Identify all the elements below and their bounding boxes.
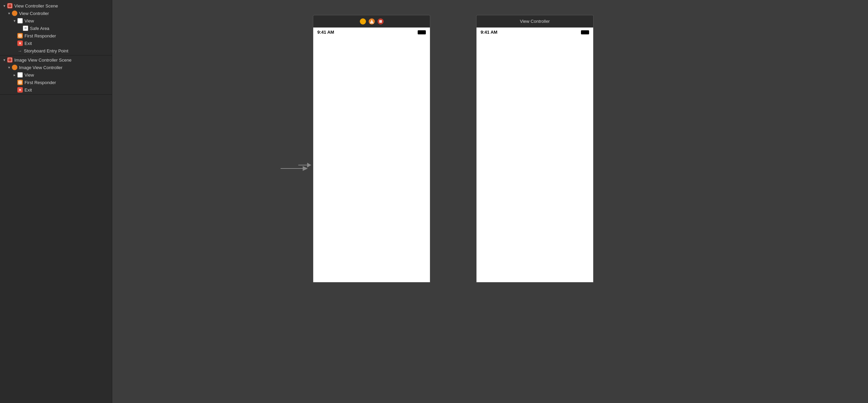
img-vc-label: Image View Controller	[19, 65, 63, 70]
phone2-screen[interactable]: 9:41 AM	[476, 27, 594, 283]
phone1-container: 9:41 AM	[313, 15, 430, 283]
transition-arrow	[298, 160, 311, 170]
no-disclosure3	[12, 41, 17, 46]
image-vc-scene-section: Image View Controller Scene Image View C…	[0, 55, 112, 95]
dot-orange	[369, 18, 375, 25]
svg-marker-15	[307, 163, 311, 167]
sidebar-item-img-exit[interactable]: Exit	[0, 86, 112, 94]
svg-marker-12	[370, 19, 374, 23]
phone2-body	[477, 37, 593, 282]
svg-rect-13	[379, 20, 382, 23]
safe-area-label: Safe Area	[30, 26, 49, 31]
sidebar-item-view[interactable]: View	[0, 17, 112, 25]
view-icon	[17, 18, 23, 23]
img-first-responder-label: First Responder	[24, 80, 56, 85]
safe-area-icon: ⊡	[23, 26, 28, 31]
sidebar-item-img-first-responder[interactable]: First Responder	[0, 79, 112, 86]
dot-red	[378, 18, 384, 25]
sidebar: View Controller Scene View Controller Vi…	[0, 0, 112, 403]
phone2-time: 9:41 AM	[481, 30, 497, 35]
phone1-status-bar: 9:41 AM	[313, 28, 430, 37]
exit-label: Exit	[24, 41, 32, 46]
view-controller-scene-section: View Controller Scene View Controller Vi…	[0, 1, 112, 55]
img-view-icon	[17, 72, 23, 78]
img-view-label: View	[24, 72, 34, 78]
scene-icon	[7, 3, 13, 9]
storyboard-entry-label: Storyboard Entry Point	[24, 48, 68, 53]
sidebar-item-safe-area[interactable]: ⊡ Safe Area	[0, 25, 112, 32]
img-first-responder-icon	[17, 80, 23, 85]
disclosure-view[interactable]	[12, 18, 17, 23]
img-vc-scene-label: Image View Controller Scene	[14, 58, 71, 63]
phone1-header	[313, 15, 430, 27]
no-disclosure2	[12, 33, 17, 38]
exit-icon	[17, 41, 23, 46]
disclosure-img-vc[interactable]	[7, 65, 12, 70]
disclosure-img-view[interactable]	[12, 72, 17, 77]
sidebar-item-img-vc-scene[interactable]: Image View Controller Scene	[0, 56, 112, 64]
phone2-container: View Controller 9:41 AM	[476, 15, 594, 283]
phone1-time: 9:41 AM	[317, 30, 334, 35]
phone2-header: View Controller	[476, 15, 594, 27]
sidebar-item-img-view[interactable]: View	[0, 71, 112, 79]
storyboard-arrow-icon: →	[17, 48, 22, 53]
img-scene-icon	[7, 57, 13, 63]
no-disclosure5	[12, 80, 17, 85]
disclosure-img-vc-scene[interactable]	[2, 58, 7, 62]
storyboard-canvas[interactable]: 9:41 AM View Controller 9:41 AM	[112, 0, 868, 403]
phone2-title: View Controller	[520, 19, 550, 24]
phone2-battery	[581, 30, 589, 34]
disclosure-vc-scene[interactable]	[2, 3, 7, 8]
sidebar-item-storyboard-entry[interactable]: → Storyboard Entry Point	[0, 47, 112, 54]
sidebar-item-img-vc[interactable]: Image View Controller	[0, 64, 112, 71]
disclosure-vc[interactable]	[7, 11, 12, 16]
img-exit-label: Exit	[24, 87, 32, 93]
no-disclosure	[18, 26, 22, 31]
vc-icon	[12, 11, 17, 16]
first-responder-icon	[17, 33, 23, 38]
phone2-status-bar: 9:41 AM	[477, 28, 593, 37]
view-label: View	[24, 18, 34, 23]
phone1-body	[313, 37, 430, 282]
img-vc-icon	[12, 65, 17, 70]
first-responder-label: First Responder	[24, 33, 56, 38]
phone1-screen[interactable]: 9:41 AM	[313, 27, 430, 283]
sidebar-item-first-responder[interactable]: First Responder	[0, 32, 112, 39]
sidebar-item-exit[interactable]: Exit	[0, 39, 112, 47]
no-disclosure4	[12, 48, 17, 53]
sidebar-item-vc[interactable]: View Controller	[0, 10, 112, 17]
vc-label: View Controller	[19, 11, 49, 16]
sidebar-item-vc-scene[interactable]: View Controller Scene	[0, 2, 112, 10]
dot-yellow	[360, 18, 366, 25]
phone1-battery	[418, 30, 426, 34]
no-disclosure6	[12, 87, 17, 92]
img-exit-icon	[17, 87, 23, 93]
vc-scene-label: View Controller Scene	[14, 3, 58, 9]
